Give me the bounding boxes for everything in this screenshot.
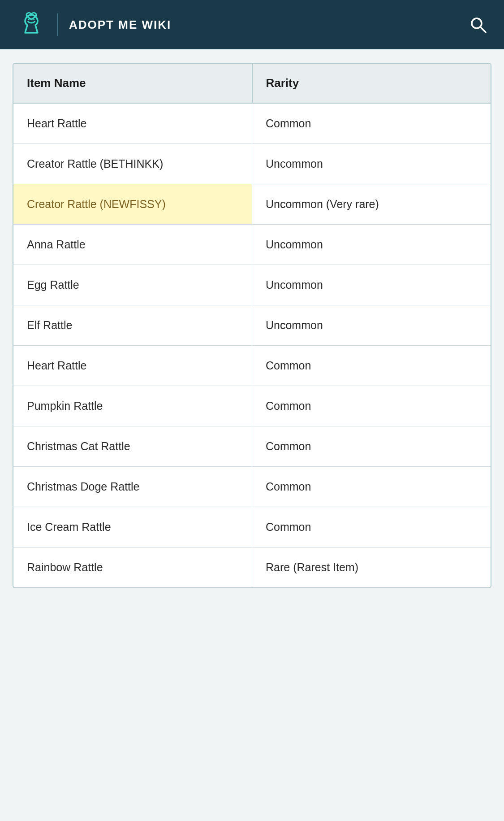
item-name-cell: Heart Rattle: [13, 103, 252, 144]
item-rarity-cell: Uncommon: [252, 305, 491, 346]
item-name-cell: Christmas Doge Rattle: [13, 467, 252, 507]
table-row: Ice Cream RattleCommon: [13, 507, 491, 547]
app-header: ADOPT ME WIKI: [0, 0, 504, 49]
item-rarity-cell: Common: [252, 103, 491, 144]
logo-icon: [16, 9, 47, 40]
header-left: ADOPT ME WIKI: [16, 9, 171, 40]
item-rarity-cell: Uncommon (Very rare): [252, 184, 491, 225]
table-row: Creator Rattle (NEWFISSY)Uncommon (Very …: [13, 184, 491, 225]
items-table: Item Name Rarity Heart RattleCommonCreat…: [13, 64, 491, 587]
column-header-name: Item Name: [13, 64, 252, 103]
table-row: Rainbow RattleRare (Rarest Item): [13, 547, 491, 588]
item-rarity-cell: Uncommon: [252, 225, 491, 265]
item-rarity-cell: Common: [252, 426, 491, 467]
search-icon[interactable]: [468, 15, 488, 35]
item-rarity-cell: Common: [252, 346, 491, 386]
item-name-cell: Elf Rattle: [13, 305, 252, 346]
item-name-cell: Heart Rattle: [13, 346, 252, 386]
table-row: Pumpkin RattleCommon: [13, 386, 491, 426]
item-name-cell: Ice Cream Rattle: [13, 507, 252, 547]
item-name-cell: Pumpkin Rattle: [13, 386, 252, 426]
table-row: Heart RattleCommon: [13, 346, 491, 386]
item-rarity-cell: Common: [252, 467, 491, 507]
header-title: ADOPT ME WIKI: [69, 18, 171, 32]
item-rarity-cell: Uncommon: [252, 265, 491, 305]
table-row: Heart RattleCommon: [13, 103, 491, 144]
table-header-row: Item Name Rarity: [13, 64, 491, 103]
item-rarity-cell: Rare (Rarest Item): [252, 547, 491, 588]
item-rarity-cell: Common: [252, 507, 491, 547]
items-table-container: Item Name Rarity Heart RattleCommonCreat…: [13, 63, 491, 588]
table-row: Creator Rattle (BETHINKK)Uncommon: [13, 144, 491, 184]
item-rarity-cell: Uncommon: [252, 144, 491, 184]
table-row: Elf RattleUncommon: [13, 305, 491, 346]
table-row: Anna RattleUncommon: [13, 225, 491, 265]
item-rarity-cell: Common: [252, 386, 491, 426]
header-divider: [57, 13, 58, 36]
item-name-cell: Egg Rattle: [13, 265, 252, 305]
column-header-rarity: Rarity: [252, 64, 491, 103]
svg-line-1: [480, 27, 486, 32]
item-name-cell: Anna Rattle: [13, 225, 252, 265]
item-name-cell: Creator Rattle (BETHINKK): [13, 144, 252, 184]
item-name-cell: Creator Rattle (NEWFISSY): [13, 184, 252, 225]
item-name-cell: Christmas Cat Rattle: [13, 426, 252, 467]
table-row: Christmas Cat RattleCommon: [13, 426, 491, 467]
table-row: Christmas Doge RattleCommon: [13, 467, 491, 507]
table-row: Egg RattleUncommon: [13, 265, 491, 305]
item-name-cell: Rainbow Rattle: [13, 547, 252, 588]
